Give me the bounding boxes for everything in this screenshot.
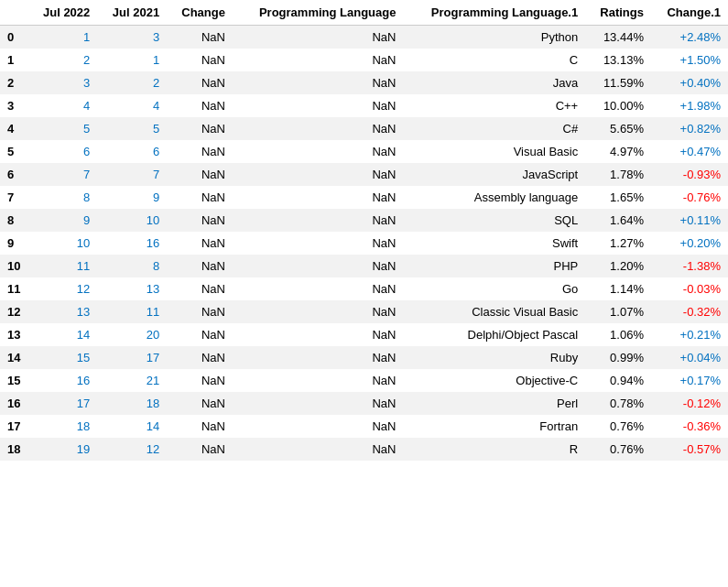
cell-ratings: 1.14% xyxy=(585,277,651,300)
cell-change1: -0.57% xyxy=(651,438,728,461)
cell-change: NaN xyxy=(167,26,233,49)
cell-change: NaN xyxy=(167,163,233,186)
cell-ratings: 5.65% xyxy=(585,117,651,140)
cell-lang1: Assembly language xyxy=(403,186,585,209)
cell-jul2022: 7 xyxy=(27,163,97,186)
cell-lang1: SQL xyxy=(403,209,585,232)
cell-change: NaN xyxy=(167,71,233,94)
cell-ratings: 0.99% xyxy=(585,346,651,369)
cell-change1: +0.21% xyxy=(651,323,728,346)
cell-lang: NaN xyxy=(233,438,404,461)
table-row: 9 10 16 NaN NaN Swift 1.27% +0.20% xyxy=(0,232,728,255)
table-row: 17 18 14 NaN NaN Fortran 0.76% -0.36% xyxy=(0,415,728,438)
cell-index: 8 xyxy=(0,209,27,232)
cell-jul2022: 12 xyxy=(27,277,97,300)
cell-jul2022: 3 xyxy=(27,71,97,94)
header-change: Change xyxy=(167,0,233,26)
table-row: 8 9 10 NaN NaN SQL 1.64% +0.11% xyxy=(0,209,728,232)
cell-index: 7 xyxy=(0,186,27,209)
cell-ratings: 0.76% xyxy=(585,415,651,438)
cell-jul2021: 3 xyxy=(97,26,167,49)
cell-jul2021: 8 xyxy=(97,255,167,277)
cell-index: 1 xyxy=(0,49,27,71)
cell-lang1: Python xyxy=(403,26,585,49)
main-table: Jul 2022 Jul 2021 Change Programming Lan… xyxy=(0,0,728,461)
cell-change1: -1.38% xyxy=(651,255,728,277)
cell-jul2022: 9 xyxy=(27,209,97,232)
cell-jul2021: 18 xyxy=(97,392,167,415)
cell-jul2022: 2 xyxy=(27,49,97,71)
cell-lang: NaN xyxy=(233,163,404,186)
cell-lang1: C# xyxy=(403,117,585,140)
cell-change: NaN xyxy=(167,117,233,140)
cell-change1: +0.20% xyxy=(651,232,728,255)
table-row: 12 13 11 NaN NaN Classic Visual Basic 1.… xyxy=(0,300,728,323)
cell-lang: NaN xyxy=(233,300,404,323)
cell-lang1: C++ xyxy=(403,94,585,117)
cell-change: NaN xyxy=(167,186,233,209)
cell-jul2022: 11 xyxy=(27,255,97,277)
header-lang1: Programming Language.1 xyxy=(403,0,585,26)
cell-lang: NaN xyxy=(233,209,404,232)
cell-lang1: R xyxy=(403,438,585,461)
cell-ratings: 4.97% xyxy=(585,140,651,163)
cell-change: NaN xyxy=(167,392,233,415)
cell-lang: NaN xyxy=(233,255,404,277)
cell-lang: NaN xyxy=(233,392,404,415)
cell-index: 17 xyxy=(0,415,27,438)
cell-index: 18 xyxy=(0,438,27,461)
table-row: 10 11 8 NaN NaN PHP 1.20% -1.38% xyxy=(0,255,728,277)
cell-jul2021: 11 xyxy=(97,300,167,323)
table-row: 1 2 1 NaN NaN C 13.13% +1.50% xyxy=(0,49,728,71)
cell-lang: NaN xyxy=(233,71,404,94)
cell-change: NaN xyxy=(167,232,233,255)
cell-jul2022: 18 xyxy=(27,415,97,438)
cell-jul2021: 13 xyxy=(97,277,167,300)
cell-jul2021: 1 xyxy=(97,49,167,71)
cell-lang: NaN xyxy=(233,186,404,209)
cell-change1: +0.11% xyxy=(651,209,728,232)
header-jul2021: Jul 2021 xyxy=(97,0,167,26)
cell-ratings: 13.44% xyxy=(585,26,651,49)
cell-lang1: C xyxy=(403,49,585,71)
cell-lang1: Delphi/Object Pascal xyxy=(403,323,585,346)
cell-ratings: 1.64% xyxy=(585,209,651,232)
cell-index: 6 xyxy=(0,163,27,186)
header-index xyxy=(0,0,27,26)
cell-change1: +0.40% xyxy=(651,71,728,94)
cell-lang: NaN xyxy=(233,346,404,369)
cell-ratings: 0.78% xyxy=(585,392,651,415)
cell-jul2022: 4 xyxy=(27,94,97,117)
cell-change: NaN xyxy=(167,209,233,232)
table-row: 18 19 12 NaN NaN R 0.76% -0.57% xyxy=(0,438,728,461)
cell-index: 9 xyxy=(0,232,27,255)
cell-jul2021: 20 xyxy=(97,323,167,346)
cell-index: 15 xyxy=(0,369,27,392)
cell-ratings: 0.94% xyxy=(585,369,651,392)
cell-lang1: Visual Basic xyxy=(403,140,585,163)
cell-change: NaN xyxy=(167,255,233,277)
table-row: 4 5 5 NaN NaN C# 5.65% +0.82% xyxy=(0,117,728,140)
cell-jul2021: 4 xyxy=(97,94,167,117)
cell-change1: -0.12% xyxy=(651,392,728,415)
cell-change1: -0.36% xyxy=(651,415,728,438)
cell-index: 10 xyxy=(0,255,27,277)
cell-ratings: 1.65% xyxy=(585,186,651,209)
cell-lang: NaN xyxy=(233,26,404,49)
cell-jul2021: 6 xyxy=(97,140,167,163)
cell-change1: -0.32% xyxy=(651,300,728,323)
cell-jul2021: 12 xyxy=(97,438,167,461)
cell-jul2021: 16 xyxy=(97,232,167,255)
cell-change: NaN xyxy=(167,438,233,461)
cell-index: 0 xyxy=(0,26,27,49)
cell-lang1: PHP xyxy=(403,255,585,277)
cell-jul2022: 5 xyxy=(27,117,97,140)
cell-lang: NaN xyxy=(233,232,404,255)
cell-change: NaN xyxy=(167,94,233,117)
cell-jul2021: 9 xyxy=(97,186,167,209)
table-row: 14 15 17 NaN NaN Ruby 0.99% +0.04% xyxy=(0,346,728,369)
cell-ratings: 1.07% xyxy=(585,300,651,323)
cell-lang1: Ruby xyxy=(403,346,585,369)
cell-jul2022: 16 xyxy=(27,369,97,392)
cell-jul2021: 10 xyxy=(97,209,167,232)
